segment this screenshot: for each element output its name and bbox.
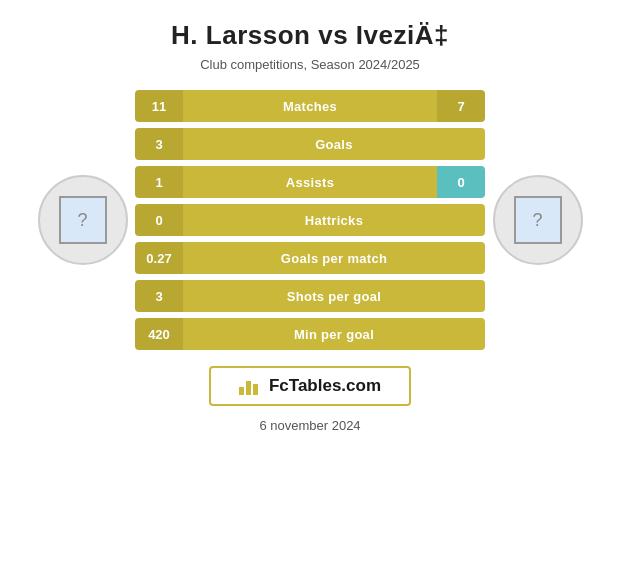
- stat-label: Goals per match: [281, 251, 387, 266]
- stat-label: Matches: [283, 99, 337, 114]
- stat-left-value: 420: [135, 318, 183, 350]
- watermark-box: FcTables.com: [209, 366, 411, 406]
- avatar-inner-right: ?: [514, 196, 562, 244]
- avatar-right: ?: [485, 175, 590, 265]
- stat-bar: Goals: [183, 128, 485, 160]
- stat-left-value: 11: [135, 90, 183, 122]
- stat-row-assists: 1Assists0: [135, 166, 485, 198]
- stat-label: Assists: [286, 175, 334, 190]
- stat-row-hattricks: 0Hattricks: [135, 204, 485, 236]
- stat-label: Hattricks: [305, 213, 363, 228]
- stat-label: Shots per goal: [287, 289, 382, 304]
- stat-bar: Min per goal: [183, 318, 485, 350]
- stat-bar: Matches: [183, 90, 437, 122]
- stat-bar: Goals per match: [183, 242, 485, 274]
- avatar-circle-left: ?: [38, 175, 128, 265]
- main-container: H. Larsson vs IveziÄ‡ Club competitions,…: [0, 0, 620, 580]
- stat-right-value: 0: [437, 166, 485, 198]
- stat-row-goals-per-match: 0.27Goals per match: [135, 242, 485, 274]
- stat-row-matches: 11Matches7: [135, 90, 485, 122]
- stat-label: Goals: [315, 137, 353, 152]
- stat-left-value: 0.27: [135, 242, 183, 274]
- stats-area: 11Matches73Goals1Assists00Hattricks0.27G…: [135, 90, 485, 350]
- stat-left-value: 3: [135, 280, 183, 312]
- stat-left-value: 3: [135, 128, 183, 160]
- avatar-circle-right: ?: [493, 175, 583, 265]
- stat-row-min-per-goal: 420Min per goal: [135, 318, 485, 350]
- page-title: H. Larsson vs IveziÄ‡: [171, 20, 449, 51]
- stat-bar: Shots per goal: [183, 280, 485, 312]
- stat-label: Min per goal: [294, 327, 374, 342]
- chart-icon: [239, 377, 259, 395]
- stat-left-value: 0: [135, 204, 183, 236]
- stat-left-value: 1: [135, 166, 183, 198]
- stat-bar: Hattricks: [183, 204, 485, 236]
- stat-right-value: 7: [437, 90, 485, 122]
- subtitle: Club competitions, Season 2024/2025: [200, 57, 420, 72]
- stat-row-shots-per-goal: 3Shots per goal: [135, 280, 485, 312]
- watermark-text: FcTables.com: [269, 376, 381, 396]
- avatar-inner-left: ?: [59, 196, 107, 244]
- stat-row-goals: 3Goals: [135, 128, 485, 160]
- footer-date: 6 november 2024: [259, 418, 360, 433]
- avatar-left: ?: [30, 175, 135, 265]
- main-area: ? 11Matches73Goals1Assists00Hattricks0.2…: [0, 90, 620, 350]
- stat-bar: Assists: [183, 166, 437, 198]
